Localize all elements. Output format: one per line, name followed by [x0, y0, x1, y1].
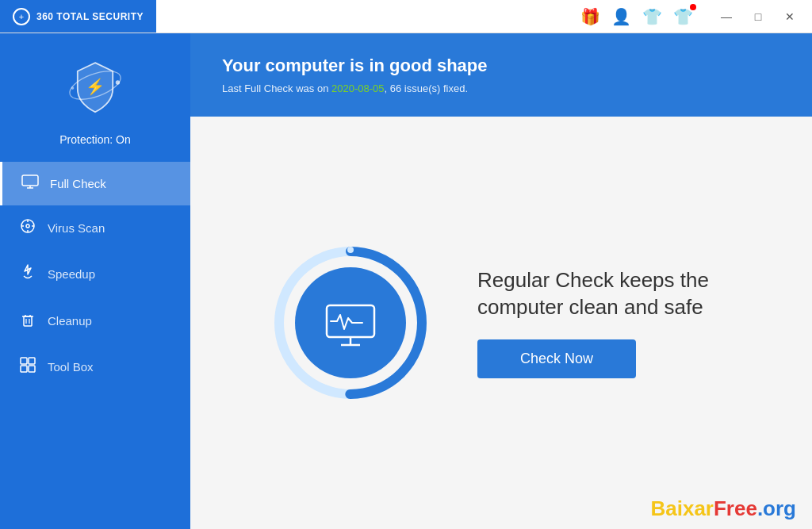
sidebar-item-tool-box[interactable]: Tool Box [0, 344, 190, 389]
svg-point-3 [71, 86, 75, 90]
watermark-baixar: Baixar [650, 496, 714, 520]
watermark-free: Free [714, 496, 757, 520]
shield-icon-wrap: ⚡ [63, 57, 127, 124]
sidebar-item-full-check[interactable]: Full Check [0, 162, 190, 205]
svg-point-30 [419, 320, 425, 326]
close-button[interactable]: ✕ [777, 4, 802, 29]
title-bar-icons: 🎁 👤 👕 👕 — □ ✕ [580, 4, 802, 29]
svg-rect-4 [22, 175, 38, 186]
logo-circle: + [13, 8, 30, 25]
subtitle-post: , 66 issue(s) fixed. [385, 82, 469, 94]
title-bar: + 360 TOTAL SECURITY 🎁 👤 👕 👕 — □ ✕ [0, 0, 812, 33]
svg-rect-19 [21, 358, 27, 364]
notification-icon[interactable]: 👕 [673, 7, 693, 26]
main-layout: ⚡ Protection: On Full Check [0, 33, 812, 529]
watermark-org: .org [757, 496, 796, 520]
virus-scan-icon [19, 218, 36, 238]
tool-box-icon [19, 357, 36, 377]
check-now-button[interactable]: Check Now [477, 339, 636, 378]
logo-symbol: + [19, 12, 24, 21]
header-title: Your computer is in good shape [222, 56, 780, 76]
svg-rect-13 [24, 316, 32, 326]
svg-rect-22 [29, 366, 35, 372]
svg-point-2 [116, 80, 120, 84]
svg-rect-20 [29, 358, 35, 364]
sidebar-item-label-cleanup: Cleanup [48, 314, 92, 328]
header-subtitle: Last Full Check was on 2020-08-05, 66 is… [222, 82, 780, 94]
sidebar-item-label-virus-scan: Virus Scan [48, 221, 105, 235]
donut-chart [271, 243, 430, 402]
main-content: Regular Check keeps the computer clean a… [190, 117, 812, 529]
cleanup-icon [19, 310, 36, 332]
title-bar-brand: + 360 TOTAL SECURITY [0, 0, 156, 33]
maximize-button[interactable]: □ [745, 4, 771, 29]
watermark: BaixarFree.org [650, 496, 796, 521]
sidebar: ⚡ Protection: On Full Check [0, 33, 190, 529]
svg-point-29 [347, 247, 354, 253]
gift-icon[interactable]: 🎁 [580, 7, 600, 26]
tagline: Regular Check keeps the computer clean a… [477, 267, 731, 321]
speedup-icon [19, 263, 36, 285]
subtitle-pre: Last Full Check was on [222, 82, 331, 94]
window-controls: — □ ✕ [714, 4, 802, 29]
check-date: 2020-08-05 [331, 82, 385, 94]
sidebar-item-label-full-check: Full Check [50, 177, 106, 190]
protection-label: Protection: On [59, 133, 131, 146]
svg-text:⚡: ⚡ [86, 77, 105, 96]
header-banner: Your computer is in good shape Last Full… [190, 33, 812, 117]
shield-icon: ⚡ [63, 57, 127, 121]
sidebar-item-label-speedup: Speedup [48, 267, 95, 281]
shirt-icon[interactable]: 👕 [642, 7, 662, 26]
content-area: Your computer is in good shape Last Full… [190, 33, 812, 529]
svg-rect-21 [21, 366, 27, 372]
minimize-button[interactable]: — [714, 4, 739, 29]
svg-point-25 [295, 267, 406, 378]
notification-badge [690, 4, 696, 10]
svg-point-8 [26, 224, 29, 228]
app-name: 360 TOTAL SECURITY [36, 11, 144, 22]
sidebar-item-cleanup[interactable]: Cleanup [0, 297, 190, 344]
full-check-icon [21, 174, 39, 193]
account-icon[interactable]: 👤 [611, 7, 631, 26]
sidebar-top: ⚡ Protection: On [0, 33, 190, 162]
right-panel: Regular Check keeps the computer clean a… [477, 267, 731, 379]
sidebar-nav: Full Check Virus Scan Speedup [0, 162, 190, 389]
sidebar-item-virus-scan[interactable]: Virus Scan [0, 205, 190, 251]
sidebar-item-label-tool-box: Tool Box [48, 360, 94, 374]
sidebar-item-speedup[interactable]: Speedup [0, 251, 190, 297]
donut-svg [271, 243, 430, 402]
